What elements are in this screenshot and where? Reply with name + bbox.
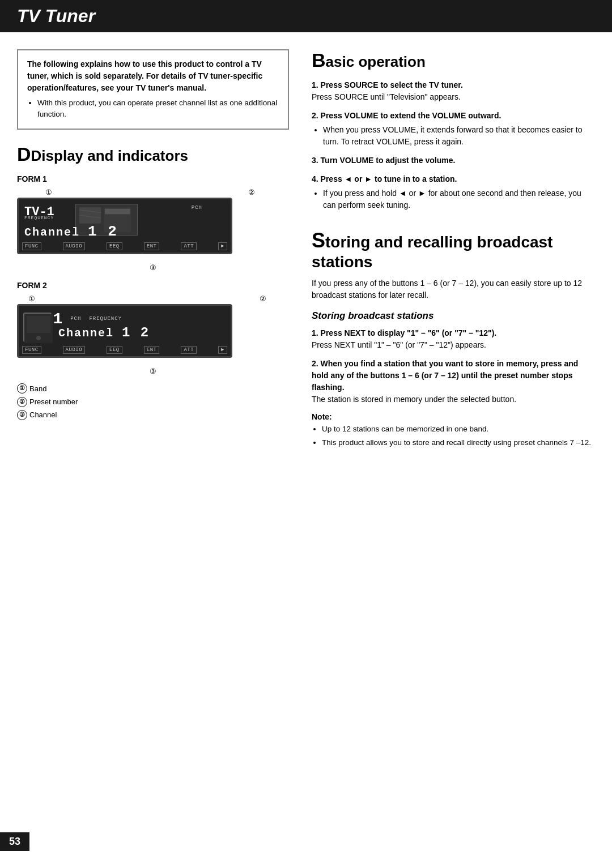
pch-form2: PCH bbox=[70, 316, 81, 322]
form1-annotations-top: ① ② bbox=[17, 188, 289, 196]
channel-row-form1: Channel 1 2 bbox=[24, 223, 118, 240]
ent-btn: ENT bbox=[144, 242, 160, 250]
storing-sub-section: Storing broadcast stations 1. Press NEXT… bbox=[312, 310, 595, 449]
ent-btn-form2: ENT bbox=[144, 346, 160, 354]
arrow-right-form1: ► bbox=[218, 242, 227, 250]
anno3-form1: ③ bbox=[17, 263, 289, 272]
step4-title: 4. Press ◄ or ► to tune in to a station. bbox=[312, 174, 457, 183]
anno1-top: ① bbox=[45, 188, 52, 196]
freq-label-form1: FREQUENCY bbox=[24, 215, 54, 220]
audio-btn: AUDIO bbox=[63, 242, 86, 250]
legend-band-num: ① bbox=[17, 383, 27, 394]
step2-bullets: When you press VOLUME, it extends forwar… bbox=[312, 124, 595, 148]
pch-label-form1: PCH bbox=[192, 205, 202, 211]
step4-bullets: If you press and hold ◄ or ► for about o… bbox=[312, 187, 595, 211]
intro-box: The following explains how to use this p… bbox=[17, 49, 289, 130]
step3-title: 3. Turn VOLUME to adjust the volume. bbox=[312, 156, 455, 165]
storing-step-1: 1. Press NEXT to display "1" – "6" (or "… bbox=[312, 327, 595, 351]
bottom-bar-form1: FUNC AUDIO EEQ ENT ATT ► bbox=[22, 242, 227, 250]
storing-heading: Storing and recalling broadcast stations bbox=[312, 228, 595, 272]
legend-channel-label: Channel bbox=[29, 408, 57, 421]
right-column: Basic operation 1. Press SOURCE to selec… bbox=[312, 49, 595, 460]
step1-title: 1. Press SOURCE to select the TV tuner. bbox=[312, 80, 463, 89]
svg-point-8 bbox=[36, 336, 41, 340]
form2-icon-box bbox=[23, 313, 52, 342]
svg-rect-7 bbox=[27, 316, 50, 333]
form2-icon-svg bbox=[24, 314, 53, 343]
page-title: TV Tuner bbox=[17, 6, 95, 27]
form2-panel-wrapper: ① ② TV-1 PCH FREQUENCY bbox=[17, 294, 289, 375]
eeq-btn-form2: EEQ bbox=[107, 346, 122, 354]
main-content: The following explains how to use this p… bbox=[0, 32, 612, 494]
legend-preset: ② Preset number bbox=[17, 395, 289, 408]
eeq-btn: EEQ bbox=[107, 242, 122, 250]
basic-op-step-3: 3. Turn VOLUME to adjust the volume. bbox=[312, 155, 595, 166]
channel-row-form2: Channel 1 2 bbox=[58, 325, 150, 340]
storing-step1-title: 1. Press NEXT to display "1" – "6" (or "… bbox=[312, 328, 496, 337]
anno3-form2: ③ bbox=[17, 367, 289, 375]
display-form1: TV-1 FREQUENCY PCH Channe bbox=[17, 198, 232, 254]
page-number-badge: 53 bbox=[0, 832, 29, 851]
anno2-top: ② bbox=[248, 188, 255, 196]
storing-step2-body: The station is stored in memory under th… bbox=[312, 395, 516, 404]
arrow-right-form2: ► bbox=[218, 346, 227, 354]
legend-preset-label: Preset number bbox=[29, 395, 78, 408]
legend-preset-num: ② bbox=[17, 397, 27, 407]
basic-op-section: Basic operation 1. Press SOURCE to selec… bbox=[312, 49, 595, 211]
legend-band-label: Band bbox=[29, 382, 46, 395]
basic-op-heading: Basic operation bbox=[312, 49, 595, 71]
anno1-form2-top: ① bbox=[28, 294, 35, 303]
display-section-heading: DDisplay and indicators bbox=[17, 143, 289, 165]
channel-num-form2: 1 2 bbox=[122, 325, 150, 340]
storing-intro: If you press any of the buttons 1 – 6 (o… bbox=[312, 277, 595, 301]
freq-form2: FREQUENCY bbox=[89, 316, 122, 322]
note-label: Note: bbox=[312, 412, 595, 421]
att-btn-form2: ATT bbox=[181, 346, 197, 354]
basic-op-step-2: 2. Press VOLUME to extend the VOLUME out… bbox=[312, 110, 595, 148]
legend-band: ① Band bbox=[17, 382, 289, 395]
header-bar: TV Tuner bbox=[0, 0, 612, 32]
svg-rect-5 bbox=[105, 208, 130, 214]
display-form2: TV-1 PCH FREQUENCY Channel 1 2 FUNC bbox=[17, 304, 232, 358]
note-item-2: This product allows you to store and rec… bbox=[322, 437, 595, 448]
basic-op-steps: 1. Press SOURCE to select the TV tuner. … bbox=[312, 79, 595, 211]
note-item-1: Up to 12 stations can be memorized in on… bbox=[322, 424, 595, 435]
sub-section-heading: Storing broadcast stations bbox=[312, 310, 595, 322]
basic-op-step-1: 1. Press SOURCE to select the TV tuner. … bbox=[312, 79, 595, 103]
intro-bold-text: The following explains how to use this p… bbox=[27, 58, 279, 94]
storing-step1-body: Press NEXT until "1" – "6" (or "7" – "12… bbox=[312, 340, 486, 349]
anno2-form2-top: ② bbox=[260, 294, 266, 303]
audio-btn-form2: AUDIO bbox=[63, 346, 86, 354]
legend-channel: ③ Channel bbox=[17, 408, 289, 421]
att-btn: ATT bbox=[181, 242, 197, 250]
storing-steps: 1. Press NEXT to display "1" – "6" (or "… bbox=[312, 327, 595, 405]
bottom-bar-form2: FUNC AUDIO EEQ ENT ATT ► bbox=[22, 346, 227, 354]
form1-panel-wrapper: ① ② TV-1 FREQUENCY bbox=[17, 188, 289, 272]
func-btn-form2: FUNC bbox=[22, 346, 41, 354]
storing-step-2: 2. When you find a station that you want… bbox=[312, 358, 595, 405]
legend-channel-num: ③ bbox=[17, 410, 27, 420]
left-column: The following explains how to use this p… bbox=[17, 49, 289, 460]
func-btn: FUNC bbox=[22, 242, 41, 250]
step4-bullet-1: If you press and hold ◄ or ► for about o… bbox=[323, 187, 595, 211]
legend: ① Band ② Preset number ③ Channel bbox=[17, 382, 289, 422]
svg-rect-1 bbox=[79, 207, 101, 223]
storing-section: Storing and recalling broadcast stations… bbox=[312, 228, 595, 448]
step2-title: 2. Press VOLUME to extend the VOLUME out… bbox=[312, 111, 502, 120]
basic-op-step-4: 4. Press ◄ or ► to tune in to a station.… bbox=[312, 173, 595, 211]
intro-bullet: With this product, you can operate prese… bbox=[37, 97, 279, 121]
form1-label: FORM 1 bbox=[17, 174, 289, 183]
storing-step2-title: 2. When you find a station that you want… bbox=[312, 359, 578, 392]
form2-label: FORM 2 bbox=[17, 281, 289, 290]
step2-bullet-1: When you press VOLUME, it extends forwar… bbox=[323, 124, 595, 148]
form2-annotations-top: ① ② bbox=[17, 294, 289, 303]
note-list: Up to 12 stations can be memorized in on… bbox=[312, 424, 595, 449]
step1-body: Press SOURCE until "Television" appears. bbox=[312, 92, 461, 101]
